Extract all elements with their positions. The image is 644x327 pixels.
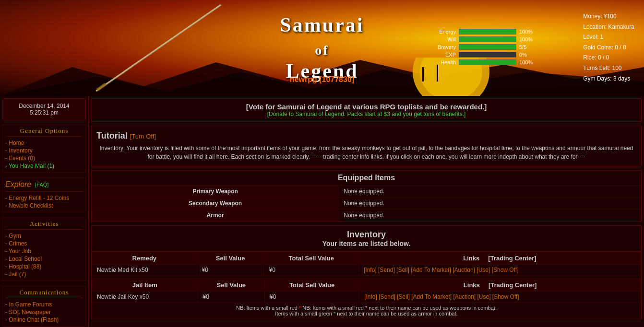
stat-bravery: Bravery 5/5 <box>429 44 538 50</box>
jail-auction-link[interactable]: [Auction] <box>453 293 476 300</box>
username-display: newrpg [1077830] <box>290 75 354 84</box>
jail-sell-link[interactable]: [Sell] <box>397 293 410 300</box>
armor-label: Armor <box>92 210 339 222</box>
remedy-info-link[interactable]: [Info] <box>364 267 377 273</box>
level-display: Level: 1 <box>583 33 634 43</box>
communications-section: Communications - In Game Forums - SOL Ne… <box>2 286 86 327</box>
location-display: Location: Kamakura <box>583 22 634 33</box>
turns-left-display: Turns Left: 100 <box>583 63 634 74</box>
activities-section: Activities - Gym - Crimes - Your Job - L… <box>2 217 86 281</box>
stat-will: Will 100% <box>429 36 538 42</box>
sidebar-link-mail[interactable]: - You Have Mail (1) <box>5 162 83 170</box>
equipped-items-title: Equipped Items <box>92 171 641 185</box>
jail-header-row: Jail Item Sell Value Total Sell Value Li… <box>92 279 641 292</box>
sidebar-link-inventory[interactable]: - Inventory <box>5 147 83 154</box>
katana-svg <box>86 0 230 96</box>
svg-rect-4 <box>422 67 424 82</box>
sidebar-link-your-job[interactable]: - Your Job <box>5 247 83 255</box>
jail-links-header: Links [Trading Center] <box>359 279 641 292</box>
sidebar-link-newbie-checklist[interactable]: - Newbie Checklist <box>5 202 83 210</box>
red-asterisk: * <box>299 305 301 311</box>
jail-sell-value-header: Sell Value <box>198 279 265 292</box>
jail-item-name: Newbie Jail Key x50 <box>92 292 198 303</box>
player-info: Money: ¥100 Location: Kamakura Level: 1 … <box>583 12 634 84</box>
sidebar-link-online-chat[interactable]: - Online Chat (Flash) <box>5 316 83 324</box>
nb-note1-text: NB: Items with a small red * next to the… <box>302 305 497 311</box>
jail-item-sell-value: ¥0 <box>198 292 265 303</box>
vote-donate-text[interactable]: [Donate to Samurai of Legend. Packs star… <box>95 111 637 117</box>
remedy-item-sell-value: ¥0 <box>197 265 264 276</box>
remedy-use-link[interactable]: [Use] <box>477 267 490 273</box>
primary-weapon-value: None equipped. <box>339 186 641 198</box>
secondary-weapon-value: None equipped. <box>339 198 641 210</box>
armor-value: None equipped. <box>339 210 641 222</box>
remedy-add-to-market-link[interactable]: [Add To Market] <box>411 267 451 273</box>
primary-weapon-label: Primary Weapon <box>92 186 339 198</box>
general-options-header: General Options <box>5 127 83 137</box>
nb-note-weapons: NB: Items with a small red * NB: Items w… <box>94 305 639 311</box>
svg-line-8 <box>97 84 106 90</box>
sidebar: December 14, 2014 5:25:31 pm General Opt… <box>0 96 89 327</box>
tutorial-title: Tutorial [Turn Off] <box>96 131 636 141</box>
inventory-subheading: Your items are listed below. <box>95 240 637 247</box>
remedy-item-total-sell: ¥0 <box>264 265 359 276</box>
remedy-total-sell-header: Total Sell Value <box>264 252 359 265</box>
gold-coins-display: Gold Coins: 0 / 0 <box>583 43 634 53</box>
table-row: Primary Weapon None equipped. <box>92 186 641 198</box>
jail-use-link[interactable]: [Use] <box>477 293 491 300</box>
remedy-item-name: Newbie Med Kit x50 <box>92 265 197 276</box>
explore-divider <box>5 191 83 192</box>
datetime-display: December 14, 2014 5:25:31 pm <box>2 98 86 120</box>
explore-label: Explore <box>5 180 31 189</box>
inventory-heading: Inventory <box>95 230 637 240</box>
nb-notes: NB: Items with a small red * NB: Items w… <box>92 303 641 319</box>
table-row: Secondary Weapon None equipped. <box>92 198 641 210</box>
sidebar-link-crimes[interactable]: - Crimes <box>5 240 83 247</box>
site-title: Samurai of Legend <box>280 13 364 82</box>
main-layout: December 14, 2014 5:25:31 pm General Opt… <box>0 96 644 327</box>
date-display: December 14, 2014 <box>5 103 83 109</box>
explore-section: Explore [FAQ] - Energy Refill - 12 Coins… <box>2 177 86 212</box>
jail-show-off-link[interactable]: [Show Off] <box>492 293 519 300</box>
jail-send-link[interactable]: [Send] <box>379 293 395 300</box>
remedy-send-link[interactable]: [Send] <box>378 267 395 273</box>
remedy-col-header: Remedy <box>92 252 197 265</box>
jail-info-link[interactable]: [Info] <box>364 293 377 300</box>
sidebar-link-gym[interactable]: - Gym <box>5 232 83 240</box>
remedy-sell-link[interactable]: [Sell] <box>396 267 409 273</box>
svg-line-6 <box>96 5 221 91</box>
equipped-items-table: Primary Weapon None equipped. Secondary … <box>92 185 641 221</box>
faq-link[interactable]: [FAQ] <box>35 182 48 187</box>
equipped-items-section: Equipped Items Primary Weapon None equip… <box>91 170 642 222</box>
remedy-header-row: Remedy Sell Value Total Sell Value Links… <box>92 252 641 265</box>
svg-rect-5 <box>437 65 438 82</box>
sidebar-link-local-school[interactable]: - Local School <box>5 255 83 263</box>
stat-health: Health 100% <box>429 59 538 65</box>
sidebar-link-events[interactable]: - Events (0) <box>5 154 83 162</box>
stat-energy: Energy 100% <box>429 29 538 35</box>
time-display: 5:25:31 pm <box>5 109 83 116</box>
sidebar-link-hospital[interactable]: - Hospital (88) <box>5 263 83 270</box>
remedy-sell-value-header: Sell Value <box>197 252 264 265</box>
jail-item-table: Jail Item Sell Value Total Sell Value Li… <box>92 279 641 303</box>
stat-exp: EXP 0% <box>429 52 538 58</box>
sidebar-link-sol-newspaper[interactable]: - SOL Newspaper <box>5 308 83 316</box>
explore-header-row: Explore [FAQ] <box>5 180 83 189</box>
svg-line-7 <box>97 5 222 91</box>
content-area: [Vote for Samurai of Legend at various R… <box>89 96 644 327</box>
remedy-show-off-link[interactable]: [Show Off] <box>492 267 519 273</box>
header: Samurai of Legend newrpg [1077830] Energ… <box>0 0 644 96</box>
jail-col-header: Jail Item <box>92 279 198 292</box>
rice-display: Rice: 0 / 0 <box>583 53 634 64</box>
sidebar-link-jail[interactable]: - Jail (7) <box>5 270 83 278</box>
sidebar-link-forums[interactable]: - In Game Forums <box>5 301 83 308</box>
jail-add-to-market-link[interactable]: [Add To Market] <box>411 293 452 300</box>
turn-off-link[interactable]: [Turn Off] <box>130 133 156 140</box>
table-row: Armor None equipped. <box>92 210 641 222</box>
sidebar-link-home[interactable]: - Home <box>5 139 83 147</box>
inventory-section: Inventory Your items are listed below. R… <box>91 225 642 319</box>
remedy-links-header: Links [Trading Center] <box>358 252 641 265</box>
sidebar-link-energy-refill[interactable]: - Energy Refill - 12 Coins <box>5 194 83 202</box>
remedy-auction-link[interactable]: [Auction] <box>453 267 475 273</box>
table-row: Newbie Med Kit x50 ¥0 ¥0 [Info] [Send] [… <box>92 265 641 276</box>
